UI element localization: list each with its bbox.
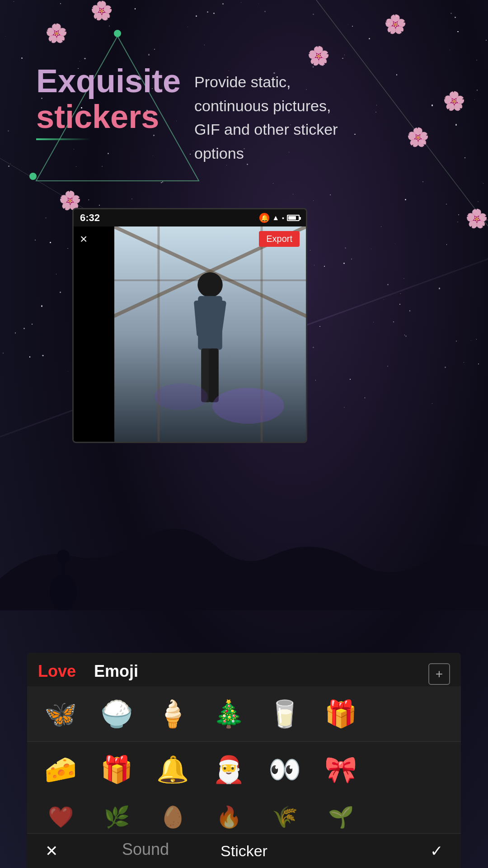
sticker-bell[interactable]: 🔔: [150, 749, 195, 790]
headline-underline: [36, 138, 90, 140]
close-button[interactable]: ×: [80, 232, 87, 246]
signal-icon: ▪: [282, 214, 284, 222]
description-area: Provide static, continuous pictures, GIF…: [194, 70, 357, 165]
sticker-wreath[interactable]: 🎄: [206, 693, 251, 734]
photo-area: [114, 226, 306, 442]
phone-status-bar: 6:32 🔔 ▲ ▪: [74, 209, 306, 226]
headline-stickers: stickers: [36, 99, 181, 135]
sound-label: Sound: [122, 840, 169, 859]
notification-dot: 🔔: [259, 213, 269, 223]
sticker-herb[interactable]: 🌿: [94, 797, 139, 833]
sticker-row-1: 🦋 🍚 🍦 🎄 🥛 🎁: [38, 693, 450, 734]
add-sticker-button[interactable]: +: [428, 663, 450, 685]
status-time: 6:32: [80, 212, 100, 224]
tab-emoji[interactable]: Emoji: [94, 662, 138, 686]
svg-point-19: [154, 383, 208, 410]
sticker-fire[interactable]: 🔥: [206, 797, 251, 833]
tab-love[interactable]: Love: [38, 662, 76, 686]
svg-point-12: [197, 272, 223, 297]
phone-mockup: 6:32 🔔 ▲ ▪ × Export: [72, 208, 307, 443]
sticker-santa[interactable]: 🎅: [206, 749, 251, 790]
bottom-panel: Love Emoji + 🦋 🍚 🍦 🎄 🥛 🎁 🧀 🎁 🔔 🎅 👀 🎀 ❤️ …: [27, 653, 461, 868]
wifi-icon: ▲: [272, 214, 279, 222]
sticker-sprout[interactable]: 🌱: [318, 797, 363, 833]
sticker-cheese[interactable]: 🧀: [38, 749, 83, 790]
sticker-icecream[interactable]: 🍦: [150, 693, 195, 734]
blossom-2: 🌸: [307, 45, 330, 66]
blossom-5: 🌸: [443, 90, 465, 112]
export-button[interactable]: Export: [259, 231, 300, 247]
description-text: Provide static, continuous pictures, GIF…: [194, 70, 357, 165]
sticker-butterfly[interactable]: 🦋: [38, 693, 83, 734]
confirm-button[interactable]: ✓: [430, 842, 443, 860]
blossom-1: 🌸: [384, 14, 407, 35]
sticker-milk[interactable]: 🥛: [262, 693, 307, 734]
triangle-dot-left: [29, 173, 37, 180]
sticker-wheat[interactable]: 🌾: [262, 797, 307, 833]
sticker-row-2: 🧀 🎁 🔔 🎅 👀 🎀: [38, 749, 450, 790]
sticker-gift[interactable]: 🎁: [318, 693, 363, 734]
sticker-title: Sticker: [221, 842, 267, 860]
sticker-heart[interactable]: ❤️: [38, 797, 83, 833]
sticker-egg[interactable]: 🥚: [150, 797, 195, 833]
battery-icon: [287, 215, 300, 221]
svg-rect-17: [209, 349, 219, 402]
phone-content: × Export: [74, 226, 306, 442]
action-bar: ✕ Sticker ✓: [27, 833, 461, 868]
sticker-ribbon[interactable]: 🎀: [318, 749, 363, 790]
sticker-rice[interactable]: 🍚: [94, 693, 139, 734]
sticker-row-3: ❤️ 🌿 🥚 🔥 🌾 🌱: [27, 797, 461, 833]
triangle-dot-top: [114, 30, 121, 37]
headline-area: Exquisite stickers: [36, 63, 181, 140]
svg-point-18: [212, 388, 284, 424]
sticker-section-1: 🦋 🍚 🍦 🎄 🥛 🎁: [27, 686, 461, 742]
blossom-4: 🌸: [90, 0, 113, 21]
cancel-button[interactable]: ✕: [45, 842, 58, 860]
headline-exquisite: Exquisite: [36, 63, 181, 99]
sticker-eyes[interactable]: 👀: [262, 749, 307, 790]
blossom-6: 🌸: [407, 127, 429, 148]
sticker-gift2[interactable]: 🎁: [94, 749, 139, 790]
blossom-8: 🌸: [465, 208, 488, 229]
tab-bar: Love Emoji +: [27, 653, 461, 686]
status-icons: 🔔 ▲ ▪: [259, 213, 300, 223]
sticker-section-2: 🧀 🎁 🔔 🎅 👀 🎀: [27, 742, 461, 797]
